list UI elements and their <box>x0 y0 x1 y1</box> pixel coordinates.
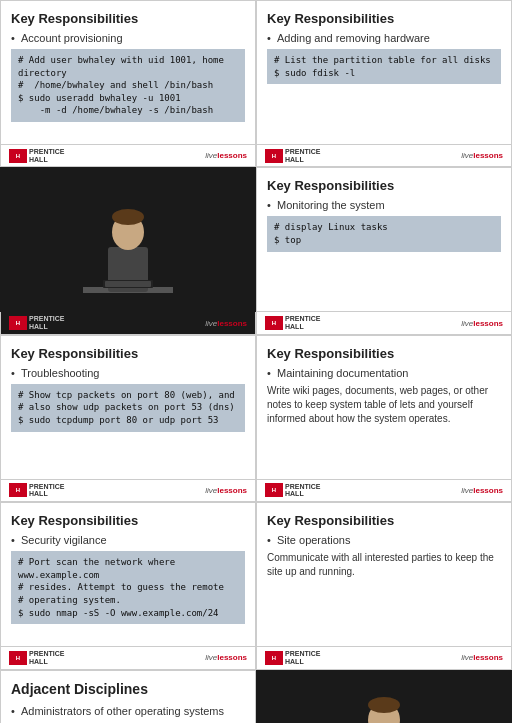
ph-icon-6: H <box>265 483 283 497</box>
prentice-text-6: PRENTICEHALL <box>285 483 320 498</box>
cell-3-bullet: Monitoring the system <box>267 199 501 211</box>
cell-5-title: Key Responsibilities <box>267 346 501 361</box>
livelessons-2: livelessons <box>461 151 503 160</box>
cell-8-title: Adjacent Disciplines <box>11 681 245 697</box>
cell-2-title: Key Responsibilities <box>267 11 501 26</box>
footer-row-2: H PRENTICEHALL livelessons H PRENTICEHAL… <box>0 312 512 334</box>
footer-2-left: H PRENTICEHALL livelessons <box>0 312 256 334</box>
cell-8-bullet-1: Administrators of other operating system… <box>11 705 245 717</box>
row-5: Adjacent Disciplines Administrators of o… <box>0 670 512 724</box>
cell-7-title: Key Responsibilities <box>267 513 501 528</box>
svg-rect-5 <box>105 281 151 287</box>
footer-1-right: H PRENTICEHALL livelessons <box>256 145 512 167</box>
ph-icon-5: H <box>9 483 27 497</box>
livelessons-7: livelessons <box>205 653 247 662</box>
footer-4-left: H PRENTICEHALL livelessons <box>0 647 256 669</box>
prentice-logo-2: H PRENTICEHALL <box>265 148 320 163</box>
cell-2-bullet: Adding and removing hardware <box>267 32 501 44</box>
cell-1-title: Key Responsibilities <box>11 11 245 26</box>
footer-row-3: H PRENTICEHALL livelessons H PRENTICEHAL… <box>0 480 512 502</box>
ph-icon-2: H <box>265 149 283 163</box>
cell-1-code: # Add user bwhaley with uid 1001, home d… <box>11 49 245 122</box>
cell-3-code: # display Linux tasks $ top <box>267 216 501 251</box>
cell-6-bullet: Security vigilance <box>11 534 245 546</box>
cell-4-bullet: Troubleshooting <box>11 367 245 379</box>
presenter-1 <box>0 182 256 312</box>
ph-icon-8: H <box>265 651 283 665</box>
footer-row-1: H PRENTICEHALL livelessons H PRENTICEHAL… <box>0 145 512 167</box>
cell-adjacent: Adjacent Disciplines Administrators of o… <box>0 670 256 724</box>
cell-troubleshooting: Key Responsibilities Troubleshooting # S… <box>0 335 256 480</box>
prentice-text-4: PRENTICEHALL <box>285 315 320 330</box>
video-cell-2 <box>256 670 512 724</box>
cell-6-code: # Port scan the network where www.exampl… <box>11 551 245 624</box>
row-1: Key Responsibilities Account provisionin… <box>0 0 512 145</box>
footer-3-left: H PRENTICEHALL livelessons <box>0 480 256 502</box>
livelessons-6: livelessons <box>461 486 503 495</box>
row-4: Key Responsibilities Security vigilance … <box>0 502 512 647</box>
cell-2-code: # List the partition table for all disks… <box>267 49 501 84</box>
footer-2-right: H PRENTICEHALL livelessons <box>256 312 512 334</box>
prentice-text-5: PRENTICEHALL <box>29 483 64 498</box>
footer-row-4: H PRENTICEHALL livelessons H PRENTICEHAL… <box>0 647 512 669</box>
cell-account-provisioning: Key Responsibilities Account provisionin… <box>0 0 256 145</box>
livelessons-4: livelessons <box>461 319 503 328</box>
prentice-logo-8: H PRENTICEHALL <box>265 650 320 665</box>
prentice-logo-5: H PRENTICEHALL <box>9 483 64 498</box>
svg-point-9 <box>368 697 400 713</box>
ph-icon-3: H <box>9 316 27 330</box>
prentice-logo-6: H PRENTICEHALL <box>265 483 320 498</box>
prentice-text-7: PRENTICEHALL <box>29 650 64 665</box>
video-cell-1 <box>0 167 256 312</box>
footer-1-left: H PRENTICEHALL livelessons <box>0 145 256 167</box>
cell-monitoring: Key Responsibilities Monitoring the syst… <box>256 167 512 312</box>
livelessons-3: livelessons <box>205 319 247 328</box>
cell-1-bullet: Account provisioning <box>11 32 245 44</box>
prentice-logo-7: H PRENTICEHALL <box>9 650 64 665</box>
cell-documentation: Key Responsibilities Maintaining documen… <box>256 335 512 480</box>
cell-site-ops: Key Responsibilities Site operations Com… <box>256 502 512 647</box>
cell-3-title: Key Responsibilities <box>267 178 501 193</box>
page-wrapper: Key Responsibilities Account provisionin… <box>0 0 512 723</box>
cell-6-title: Key Responsibilities <box>11 513 245 528</box>
ph-icon-4: H <box>265 316 283 330</box>
cell-5-text: Write wiki pages, documents, web pages, … <box>267 384 501 426</box>
ph-icon-1: H <box>9 149 27 163</box>
prentice-text-3: PRENTICEHALL <box>29 315 64 330</box>
cell-4-title: Key Responsibilities <box>11 346 245 361</box>
row-3: Key Responsibilities Troubleshooting # S… <box>0 335 512 480</box>
cell-security: Key Responsibilities Security vigilance … <box>0 502 256 647</box>
prentice-text-2: PRENTICEHALL <box>285 148 320 163</box>
cell-hardware: Key Responsibilities Adding and removing… <box>256 0 512 145</box>
prentice-text-8: PRENTICEHALL <box>285 650 320 665</box>
footer-3-right: H PRENTICEHALL livelessons <box>256 480 512 502</box>
livelessons-8: livelessons <box>461 653 503 662</box>
livelessons-1: livelessons <box>205 151 247 160</box>
presenter-svg-1 <box>83 192 173 312</box>
presenter-2 <box>256 670 512 724</box>
ph-icon-7: H <box>9 651 27 665</box>
footer-4-right: H PRENTICEHALL livelessons <box>256 647 512 669</box>
prentice-text-1: PRENTICEHALL <box>29 148 64 163</box>
cell-7-bullet: Site operations <box>267 534 501 546</box>
cell-5-bullet: Maintaining documentation <box>267 367 501 379</box>
presenter-svg-2 <box>339 680 429 724</box>
row-2: Key Responsibilities Monitoring the syst… <box>0 167 512 312</box>
prentice-logo-4: H PRENTICEHALL <box>265 315 320 330</box>
prentice-logo-3: H PRENTICEHALL <box>9 315 64 330</box>
cell-4-code: # Show tcp packets on port 80 (web), and… <box>11 384 245 432</box>
prentice-logo-1: H PRENTICEHALL <box>9 148 64 163</box>
svg-point-3 <box>112 209 144 225</box>
livelessons-5: livelessons <box>205 486 247 495</box>
cell-7-text: Communicate with all interested parties … <box>267 551 501 579</box>
